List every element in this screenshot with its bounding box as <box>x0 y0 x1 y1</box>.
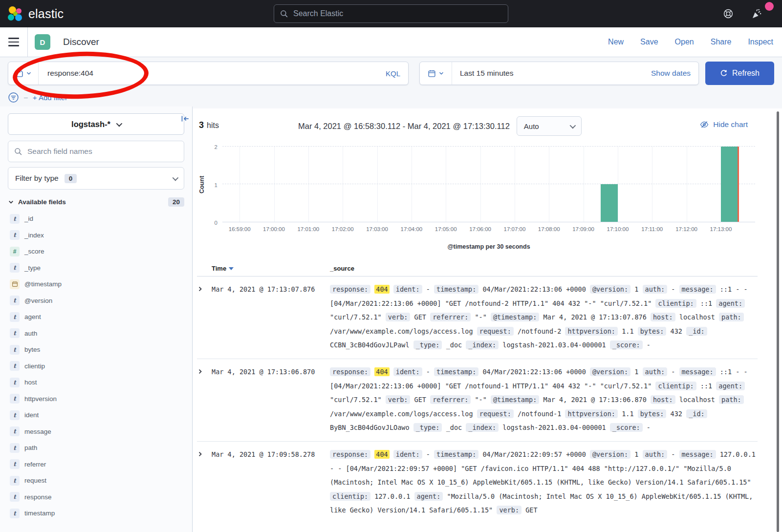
field-item-referrer[interactable]: treferrer <box>8 456 184 473</box>
field-item-@version[interactable]: t@version <box>8 293 184 309</box>
elastic-logo-icon <box>7 5 23 22</box>
field-pill: bytes: <box>638 409 667 418</box>
expand-row-icon[interactable] <box>197 365 212 435</box>
collapse-sidebar-icon[interactable] <box>181 114 190 123</box>
field-pill: response: <box>330 367 370 376</box>
field-item-httpversion[interactable]: thttpversion <box>8 391 184 407</box>
field-item-message[interactable]: tmessage <box>8 424 184 440</box>
field-pill: httpversion: <box>565 327 618 336</box>
field-value: 04/Mar/2021:22:13:06 +0000 <box>482 285 586 293</box>
interval-select[interactable]: Auto <box>517 116 582 136</box>
saved-query-menu-button[interactable] <box>8 62 39 85</box>
row-timestamp: Mar 4, 2021 @ 17:09:58.278 <box>212 447 330 517</box>
highlighted-value: 404 <box>374 450 389 459</box>
field-name: timestamp <box>24 510 55 517</box>
histogram-chart[interactable]: Count 012 16:59:0017:00:0017:01:0017:02:… <box>193 143 782 256</box>
show-dates-button[interactable]: Show dates <box>651 69 691 78</box>
inspect-button[interactable]: Inspect <box>748 38 773 46</box>
available-fields-label: Available fields <box>18 198 66 206</box>
open-button[interactable]: Open <box>675 38 694 46</box>
field-pill: _score: <box>610 340 643 349</box>
filter-by-type-select[interactable]: Filter by type 0 <box>8 167 184 190</box>
table-row: Mar 4, 2021 @ 17:13:07.876response: 404 … <box>197 277 758 359</box>
menu-icon[interactable] <box>0 27 28 57</box>
available-fields-header[interactable]: Available fields 20 <box>8 197 184 207</box>
news-icon[interactable] <box>751 8 762 20</box>
field-value: "curl/7.52.1" <box>330 313 382 321</box>
x-tick-label: 17:01:00 <box>297 226 319 232</box>
field-value: GET <box>414 313 426 321</box>
field-item-_score[interactable]: #_score <box>8 243 184 260</box>
field-pill: _id: <box>686 327 707 336</box>
field-item-_id[interactable]: t_id <box>8 211 184 227</box>
field-pill: bytes: <box>638 327 667 336</box>
global-search-input[interactable]: Search Elastic <box>274 4 508 23</box>
search-icon <box>14 148 22 156</box>
field-pill: referrer: <box>430 395 471 404</box>
field-item-clientip[interactable]: tclientip <box>8 358 184 375</box>
discover-content: logstash-* Search field names Filter by … <box>0 106 782 532</box>
index-pattern-label: logstash-* <box>71 120 110 129</box>
refresh-button[interactable]: Refresh <box>705 62 774 85</box>
index-pattern-switcher[interactable]: logstash-* <box>8 113 184 135</box>
expand-row-icon[interactable] <box>197 447 212 517</box>
table-header: Time _source <box>197 261 758 277</box>
field-item-ident[interactable]: tident <box>8 407 184 424</box>
add-filter-button[interactable]: + Add filter <box>33 93 67 102</box>
field-name: @version <box>24 297 52 304</box>
field-item-timestamp[interactable]: ttimestamp <box>8 505 184 522</box>
source-column-header: _source <box>330 265 758 272</box>
save-button[interactable]: Save <box>640 38 658 46</box>
space-avatar[interactable]: D <box>35 34 50 50</box>
new-button[interactable]: New <box>608 38 624 46</box>
field-pill: agent: <box>414 492 443 501</box>
date-quick-menu-button[interactable] <box>420 62 452 85</box>
x-gridline <box>480 147 481 222</box>
help-icon[interactable] <box>723 8 734 19</box>
field-pill: verb: <box>386 313 411 321</box>
field-item-_index[interactable]: t_index <box>8 227 184 244</box>
field-item-request[interactable]: trequest <box>8 472 184 489</box>
field-item-agent[interactable]: tagent <box>8 309 184 325</box>
time-column-header[interactable]: Time <box>212 265 330 272</box>
field-item-path[interactable]: tpath <box>8 440 184 456</box>
vertical-scrollbar[interactable] <box>777 111 779 532</box>
histogram-bar[interactable] <box>721 147 738 222</box>
sort-desc-icon <box>229 267 234 270</box>
x-gridline <box>549 147 549 222</box>
filter-by-type-label: Filter by type <box>15 174 59 183</box>
field-pill: timestamp: <box>434 285 478 294</box>
field-item-auth[interactable]: tauth <box>8 325 184 342</box>
field-value: 432 <box>671 410 682 418</box>
field-value: - <box>647 341 651 349</box>
field-name: agent <box>24 313 41 320</box>
eye-off-icon <box>700 120 709 129</box>
field-pill: auth: <box>643 285 668 294</box>
field-pill: response: <box>330 450 370 459</box>
field-item-@timestamp[interactable]: @timestamp <box>8 276 184 293</box>
query-string[interactable]: response:404 <box>47 69 93 78</box>
elastic-brand[interactable]: elastic <box>7 5 64 22</box>
x-gridline <box>584 147 584 222</box>
field-item-response[interactable]: tresponse <box>8 489 184 506</box>
query-input[interactable]: response:404 KQL <box>8 62 409 85</box>
field-pill: auth: <box>643 450 668 459</box>
time-range-value[interactable]: Last 15 minutes <box>460 69 513 78</box>
refresh-icon <box>720 69 728 77</box>
kql-language-button[interactable]: KQL <box>386 69 400 78</box>
x-tick-label: 17:09:00 <box>572 226 594 232</box>
filter-options-icon[interactable] <box>8 92 19 103</box>
field-pill: referrer: <box>430 313 471 321</box>
field-item-_type[interactable]: t_type <box>8 260 184 277</box>
row-timestamp: Mar 4, 2021 @ 17:13:06.870 <box>212 365 330 435</box>
field-item-host[interactable]: thost <box>8 374 184 391</box>
field-item-bytes[interactable]: tbytes <box>8 341 184 358</box>
expand-row-icon[interactable] <box>197 282 212 352</box>
histogram-bar[interactable] <box>601 184 618 222</box>
hide-chart-button[interactable]: Hide chart <box>700 120 748 129</box>
x-tick-label: 17:06:00 <box>469 226 491 232</box>
field-type-text-icon: t <box>10 394 20 404</box>
app-header: D Discover New Save Open Share Inspect <box>0 27 782 57</box>
share-button[interactable]: Share <box>711 38 732 46</box>
field-search-input[interactable]: Search field names <box>8 141 184 162</box>
